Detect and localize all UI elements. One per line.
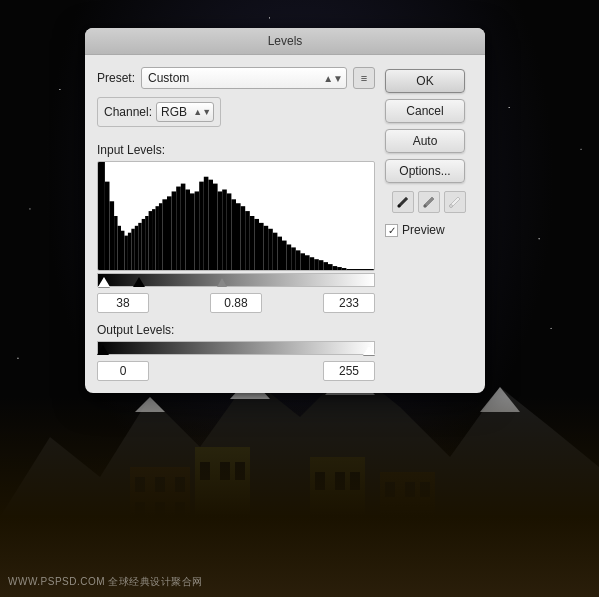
svg-rect-57 — [227, 193, 232, 270]
svg-rect-78 — [323, 262, 328, 270]
svg-rect-70 — [287, 244, 292, 270]
svg-rect-44 — [167, 196, 172, 270]
svg-rect-80 — [333, 266, 338, 270]
input-slider-track[interactable] — [97, 273, 375, 287]
svg-rect-67 — [273, 233, 278, 270]
preview-checkbox[interactable]: ✓ — [385, 224, 398, 237]
black-eyedropper-icon — [396, 195, 410, 209]
black-eyedropper-button[interactable] — [392, 191, 414, 213]
svg-rect-83 — [346, 269, 374, 270]
svg-rect-79 — [328, 264, 333, 270]
histogram-container — [97, 161, 375, 271]
black-point-slider[interactable] — [133, 277, 145, 287]
output-min-input[interactable] — [97, 361, 149, 381]
svg-rect-36 — [138, 223, 141, 270]
output-slider-track[interactable] — [97, 341, 375, 355]
svg-rect-50 — [195, 191, 200, 270]
ground-overlay — [0, 397, 599, 597]
svg-rect-58 — [231, 199, 236, 270]
svg-rect-33 — [128, 233, 131, 270]
svg-rect-71 — [291, 247, 296, 270]
output-levels-section: Output Levels: — [97, 323, 375, 381]
svg-rect-38 — [145, 216, 148, 270]
svg-rect-55 — [218, 191, 223, 270]
channel-select-wrapper[interactable]: RGB Red Green Blue ▲▼ — [156, 102, 214, 122]
svg-rect-37 — [142, 219, 145, 270]
white-eyedropper-button[interactable] — [444, 191, 466, 213]
svg-rect-68 — [277, 237, 282, 270]
svg-rect-26 — [98, 162, 105, 270]
midtone-input[interactable] — [210, 293, 262, 313]
channel-box: Channel: RGB Red Green Blue ▲▼ — [97, 97, 221, 127]
input-levels-label: Input Levels: — [97, 143, 375, 157]
output-black-slider[interactable] — [97, 345, 109, 355]
gray-eyedropper-icon — [422, 195, 436, 209]
levels-dialog: Levels Preset: Custom Default Darker ▲▼ … — [85, 28, 485, 393]
options-button[interactable]: Options... — [385, 159, 465, 183]
svg-rect-75 — [310, 257, 315, 270]
svg-rect-69 — [282, 241, 287, 270]
svg-rect-48 — [185, 189, 190, 270]
svg-rect-53 — [208, 180, 213, 270]
svg-rect-82 — [342, 268, 347, 270]
histogram-svg — [98, 162, 374, 270]
channel-row: Channel: RGB Red Green Blue ▲▼ — [97, 97, 375, 135]
output-values-row — [97, 361, 375, 381]
svg-rect-32 — [124, 236, 127, 270]
auto-button[interactable]: Auto — [385, 129, 465, 153]
dialog-left-panel: Preset: Custom Default Darker ▲▼ ≡ Chann… — [97, 67, 375, 381]
svg-rect-59 — [236, 203, 241, 270]
svg-rect-62 — [250, 216, 255, 270]
dialog-right-panel: OK Cancel Auto Options... — [385, 67, 473, 381]
preset-select[interactable]: Custom Default Darker — [141, 67, 347, 89]
channel-select[interactable]: RGB Red Green Blue — [156, 102, 214, 122]
dialog-title: Levels — [85, 28, 485, 55]
eyedropper-row — [385, 191, 473, 213]
preview-label: Preview — [402, 223, 445, 237]
cancel-button[interactable]: Cancel — [385, 99, 465, 123]
svg-point-85 — [424, 205, 427, 208]
svg-rect-73 — [300, 253, 305, 270]
svg-rect-81 — [337, 267, 342, 270]
svg-rect-74 — [305, 255, 310, 270]
svg-rect-45 — [172, 191, 177, 270]
svg-rect-30 — [118, 226, 121, 270]
preset-row: Preset: Custom Default Darker ▲▼ ≡ — [97, 67, 375, 89]
svg-rect-60 — [241, 206, 246, 270]
output-max-input[interactable] — [323, 361, 375, 381]
svg-rect-52 — [204, 177, 209, 270]
white-point-input[interactable] — [323, 293, 375, 313]
svg-rect-41 — [156, 206, 159, 270]
preview-row: ✓ Preview — [385, 223, 473, 237]
svg-rect-27 — [105, 182, 110, 270]
svg-rect-64 — [259, 223, 264, 270]
svg-rect-35 — [135, 226, 138, 270]
white-eyedropper-icon — [448, 195, 462, 209]
svg-rect-66 — [268, 229, 273, 270]
svg-rect-28 — [110, 201, 115, 270]
svg-rect-61 — [245, 211, 250, 270]
output-white-slider[interactable] — [363, 345, 375, 355]
svg-rect-77 — [319, 260, 324, 270]
svg-rect-29 — [114, 216, 117, 270]
svg-rect-63 — [254, 219, 259, 270]
svg-point-86 — [450, 205, 453, 208]
watermark: WWW.PSPSD.COM 全球经典设计聚合网 — [8, 575, 203, 589]
svg-rect-46 — [176, 187, 181, 270]
preset-menu-button[interactable]: ≡ — [353, 67, 375, 89]
input-values-row — [97, 293, 375, 313]
gray-eyedropper-button[interactable] — [418, 191, 440, 213]
midtone-slider[interactable] — [217, 278, 227, 287]
white-point-slider[interactable] — [98, 277, 110, 287]
svg-rect-47 — [181, 184, 186, 270]
ok-button[interactable]: OK — [385, 69, 465, 93]
svg-rect-39 — [149, 211, 152, 270]
svg-rect-34 — [131, 229, 134, 270]
svg-rect-76 — [314, 259, 319, 270]
svg-rect-51 — [199, 182, 204, 270]
svg-rect-56 — [222, 189, 227, 270]
black-point-input[interactable] — [97, 293, 149, 313]
svg-rect-54 — [213, 184, 218, 270]
preset-select-wrapper[interactable]: Custom Default Darker ▲▼ — [141, 67, 347, 89]
svg-rect-43 — [162, 199, 167, 270]
